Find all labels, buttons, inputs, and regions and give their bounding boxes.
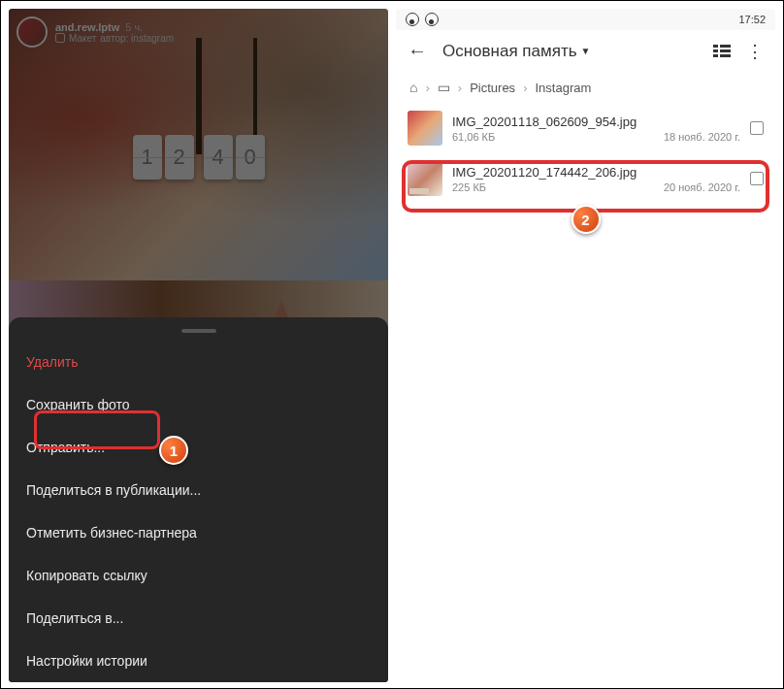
menu-tag-partner[interactable]: Отметить бизнес-партнера (9, 511, 388, 554)
menu-copy-link[interactable]: Копировать ссылку (9, 554, 388, 597)
home-icon[interactable]: ⌂ (409, 80, 417, 95)
list-view-icon[interactable] (713, 45, 731, 58)
chevron-right-icon: › (425, 81, 429, 95)
file-manager-screen: 17:52 ← Основная память ▼ ⋮ ⌂ › ▭ › Pict… (396, 9, 775, 682)
instagram-story-screen: and.rew.lptw 5 ч. Макет автор: instagram… (9, 9, 388, 682)
breadcrumb-instagram[interactable]: Instagram (535, 81, 591, 95)
menu-story-settings[interactable]: Настройки истории (9, 640, 388, 682)
status-time: 17:52 (738, 14, 766, 25)
storage-title: Основная память (442, 42, 577, 61)
menu-send[interactable]: Отправить... (9, 426, 388, 469)
file-name: IMG_20201120_174442_206.jpg (452, 165, 740, 180)
file-thumbnail (408, 111, 442, 146)
callout-badge-1: 1 (159, 436, 188, 465)
file-row[interactable]: IMG_20201118_062609_954.jpg 61,06 КБ 18 … (396, 103, 775, 153)
device-icon[interactable]: ▭ (438, 80, 450, 95)
chevron-right-icon: › (523, 81, 527, 95)
file-size: 225 КБ (452, 181, 486, 193)
file-row[interactable]: IMG_20201120_174442_206.jpg 225 КБ 20 но… (396, 153, 775, 204)
breadcrumb-pictures[interactable]: Pictures (470, 81, 515, 95)
menu-delete[interactable]: Удалить (9, 341, 388, 383)
viber-icon (425, 13, 439, 26)
callout-badge-2: 2 (572, 205, 601, 234)
app-bar: ← Основная память ▼ ⋮ (396, 30, 775, 72)
storage-dropdown[interactable]: Основная память ▼ (442, 42, 698, 61)
file-checkbox[interactable] (750, 121, 764, 135)
file-name: IMG_20201118_062609_954.jpg (452, 115, 740, 129)
breadcrumb: ⌂ › ▭ › Pictures › Instagram (396, 72, 775, 103)
status-bar: 17:52 (396, 9, 775, 30)
action-sheet: Удалить Сохранить фото Отправить... Поде… (9, 317, 388, 682)
chevron-down-icon: ▼ (581, 46, 591, 56)
sheet-handle[interactable] (181, 329, 216, 333)
back-arrow-icon[interactable]: ← (408, 40, 427, 62)
chevron-right-icon: › (458, 81, 462, 95)
menu-save-photo[interactable]: Сохранить фото (9, 383, 388, 426)
viber-icon (406, 13, 419, 26)
file-checkbox[interactable] (750, 172, 764, 185)
file-size: 61,06 КБ (452, 131, 495, 143)
file-date: 20 нояб. 2020 г. (664, 181, 740, 193)
more-icon[interactable]: ⋮ (746, 41, 764, 62)
file-thumbnail (408, 161, 442, 196)
menu-share-publication[interactable]: Поделиться в публикации... (9, 469, 388, 511)
menu-share-in[interactable]: Поделиться в... (9, 597, 388, 640)
file-date: 18 нояб. 2020 г. (664, 131, 740, 143)
